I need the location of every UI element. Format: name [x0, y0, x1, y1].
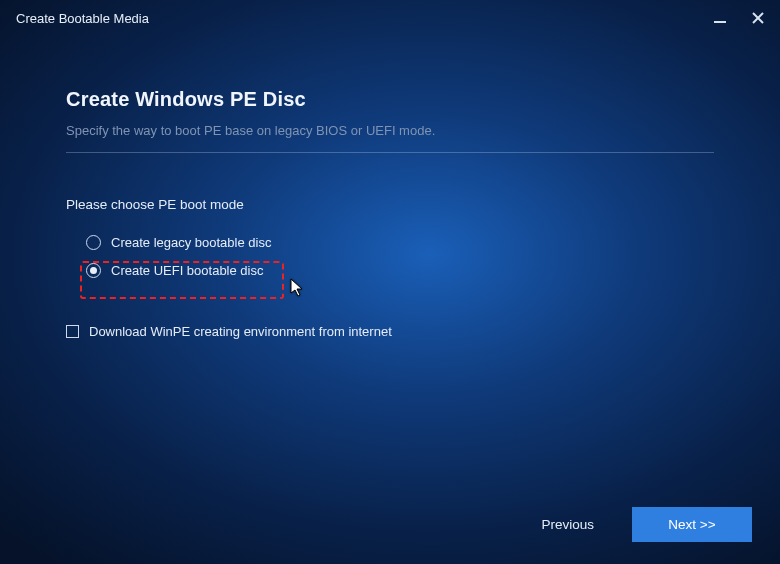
boot-mode-label: Please choose PE boot mode — [66, 197, 714, 212]
checkbox-icon — [66, 325, 79, 338]
divider — [66, 152, 714, 153]
page-subheading: Specify the way to boot PE base on legac… — [66, 123, 714, 138]
close-button[interactable] — [750, 10, 766, 26]
radio-icon — [86, 235, 101, 250]
footer-buttons: Previous Next >> — [531, 507, 752, 542]
page-heading: Create Windows PE Disc — [66, 88, 714, 111]
download-winpe-checkbox[interactable]: Download WinPE creating environment from… — [66, 324, 714, 339]
window-controls — [712, 10, 766, 26]
checkbox-label: Download WinPE creating environment from… — [89, 324, 392, 339]
radio-icon — [86, 263, 101, 278]
radio-legacy-bootable[interactable]: Create legacy bootable disc — [86, 228, 714, 256]
minimize-button[interactable] — [712, 10, 728, 26]
window-title: Create Bootable Media — [16, 11, 149, 26]
content-area: Create Windows PE Disc Specify the way t… — [0, 36, 780, 339]
titlebar: Create Bootable Media — [0, 0, 780, 36]
radio-label: Create UEFI bootable disc — [111, 263, 263, 278]
radio-uefi-bootable[interactable]: Create UEFI bootable disc — [86, 256, 714, 284]
radio-label: Create legacy bootable disc — [111, 235, 271, 250]
next-button[interactable]: Next >> — [632, 507, 752, 542]
boot-mode-radio-group: Create legacy bootable disc Create UEFI … — [66, 228, 714, 284]
previous-button[interactable]: Previous — [531, 509, 604, 540]
